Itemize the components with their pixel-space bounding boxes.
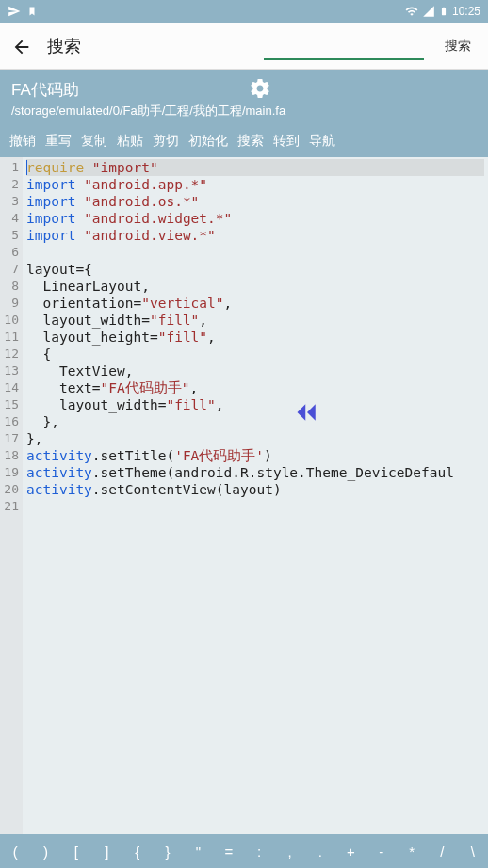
symbol-key-2[interactable]: [ [61, 844, 91, 860]
toolbar-7[interactable]: 转到 [273, 133, 300, 150]
symbol-key-5[interactable]: } [153, 844, 183, 860]
symbol-key-1[interactable]: ) [30, 844, 60, 860]
line-gutter: 123456789101112131415161718192021 [0, 157, 23, 844]
code-line[interactable]: activity.setTitle('FA代码助手') [26, 447, 484, 464]
symbol-key-15[interactable]: \ [458, 844, 488, 860]
toolbar-5[interactable]: 初始化 [188, 133, 228, 150]
editor-toolbar: 撤销重写复制粘贴剪切初始化搜索转到导航 [0, 127, 488, 157]
code-line[interactable]: LinearLayout, [26, 278, 484, 295]
status-time: 10:25 [452, 5, 480, 18]
code-line[interactable]: text="FA代码助手", [26, 379, 484, 396]
symbol-key-6[interactable]: " [183, 844, 213, 860]
symbol-key-0[interactable]: ( [0, 844, 30, 860]
symbol-toolbar: ()[]{}"=:,.+-*/\ [0, 834, 488, 868]
code-line[interactable] [26, 498, 484, 515]
code-line[interactable]: import "android.os.*" [26, 193, 484, 210]
back-button[interactable] [11, 34, 32, 58]
search-input[interactable] [264, 32, 424, 60]
symbol-key-8[interactable]: : [244, 844, 274, 860]
code-line[interactable]: layout_height="fill", [26, 329, 484, 346]
code-line[interactable]: layout={ [26, 261, 484, 278]
code-line[interactable]: TextView, [26, 362, 484, 379]
code-line[interactable]: activity.setContentView(layout) [26, 481, 484, 498]
settings-button[interactable] [249, 77, 271, 100]
code-line[interactable]: }, [26, 413, 484, 430]
search-label: 搜索 [47, 35, 81, 57]
code-line[interactable]: import "android.view.*" [26, 227, 484, 244]
symbol-key-13[interactable]: * [397, 844, 427, 860]
code-line[interactable]: import "android.app.*" [26, 176, 484, 193]
symbol-key-14[interactable]: / [427, 844, 457, 860]
symbol-key-3[interactable]: ] [91, 844, 122, 860]
bookmark-icon [26, 6, 38, 17]
wifi-icon [405, 5, 418, 18]
battery-icon [439, 5, 448, 18]
symbol-key-9[interactable]: , [274, 844, 304, 860]
code-line[interactable]: }, [26, 430, 484, 447]
toolbar-6[interactable]: 搜索 [237, 133, 264, 150]
signal-icon [422, 5, 435, 18]
code-area[interactable]: require "import"import "android.app.*"im… [23, 157, 488, 844]
code-editor[interactable]: 123456789101112131415161718192021 requir… [0, 157, 488, 844]
toolbar-3[interactable]: 粘贴 [117, 133, 143, 150]
symbol-key-4[interactable]: { [122, 844, 153, 860]
symbol-key-12[interactable]: - [366, 844, 397, 860]
search-button[interactable]: 搜索 [439, 34, 477, 58]
app-header: FA代码助 /storage/emulated/0/Fa助手/工程/我的工程/m… [0, 70, 488, 127]
code-line[interactable]: layout_width="fill", [26, 396, 484, 413]
toolbar-2[interactable]: 复制 [81, 133, 107, 150]
toolbar-1[interactable]: 重写 [45, 133, 72, 150]
code-line[interactable]: require "import" [26, 159, 484, 176]
status-bar: 10:25 [0, 0, 488, 23]
symbol-key-11[interactable]: + [335, 844, 366, 860]
code-line[interactable]: orientation="vertical", [26, 295, 484, 312]
send-icon [8, 5, 21, 18]
toolbar-0[interactable]: 撤销 [9, 133, 36, 150]
app-title: FA代码助 [11, 79, 477, 101]
toolbar-8[interactable]: 导航 [309, 133, 335, 150]
code-line[interactable] [26, 244, 484, 261]
code-line[interactable]: { [26, 346, 484, 362]
file-path: /storage/emulated/0/Fa助手/工程/我的工程/main.fa [11, 103, 477, 120]
symbol-key-7[interactable]: = [214, 844, 244, 860]
search-bar: 搜索 搜索 [0, 23, 488, 70]
code-line[interactable]: layout_width="fill", [26, 312, 484, 329]
code-line[interactable]: import "android.widget.*" [26, 210, 484, 227]
symbol-key-10[interactable]: . [305, 844, 335, 860]
code-line[interactable]: activity.setTheme(android.R.style.Theme_… [26, 464, 484, 481]
toolbar-4[interactable]: 剪切 [153, 133, 179, 150]
